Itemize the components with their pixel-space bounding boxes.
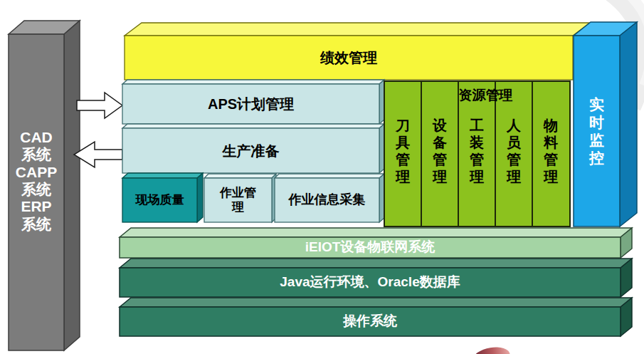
performance-bar-top-face — [125, 23, 590, 36]
planning-bar-label: APS计划管理 — [122, 84, 379, 124]
performance-bar-label: 绩效管理 — [125, 36, 573, 80]
red-blob-decoration — [472, 345, 511, 354]
flow-arrows — [74, 93, 122, 167]
monitor-bar-side-face — [620, 22, 637, 227]
cad-tower-label: CAD 系统 CAPP 系统 ERP 系统 — [9, 125, 64, 236]
quality-box-bevel — [122, 173, 203, 178]
diagram-canvas: CAD 系统 CAPP 系统 ERP 系统 绩效管理 APS计划管理 生产准备 … — [0, 0, 644, 354]
quality-box-side — [197, 173, 203, 222]
cad-tower-side-face — [64, 21, 80, 350]
quality-box-label: 现场质量 — [122, 178, 197, 222]
arrow-left-icon — [74, 142, 122, 167]
layer-java-label: Java运行环境、Oracle数据库 — [120, 268, 621, 297]
resource-column-text-tools: 刀具管理 — [395, 117, 411, 185]
layer-java-top-face — [120, 259, 632, 268]
resource-column-text-equipment: 设备管理 — [432, 117, 448, 185]
resource-column-label-personnel: 人员管理 — [505, 115, 523, 187]
resource-column-label-fixture: 工装管理 — [468, 115, 486, 187]
arrow-right-icon — [77, 93, 122, 118]
resource-column-label-material: 物料管理 — [542, 115, 560, 187]
preparation-bar-label: 生产准备 — [122, 128, 379, 173]
resource-column-text-material: 物料管理 — [543, 117, 559, 185]
resource-column-text-personnel: 人员管理 — [506, 117, 522, 185]
resource-column-text-fixture: 工装管理 — [469, 117, 485, 185]
layer-ieiot-label: iEIOT设备物联网系统 — [120, 237, 621, 258]
job-info-box-side — [379, 174, 384, 222]
layer-os-label: 操作系统 — [120, 307, 621, 336]
layer-ieiot-top-face — [120, 228, 632, 237]
resource-column-label-tools: 刀具管理 — [394, 115, 412, 187]
job-mgmt-box-label: 作业管理 — [204, 178, 272, 222]
resource-header-label: 资源管理 — [427, 86, 544, 105]
layer-os-top-face — [120, 298, 632, 307]
resource-column-label-equipment: 设备管理 — [431, 115, 449, 187]
job-info-box-label: 作业信息采集 — [275, 178, 379, 222]
preparation-box-side — [379, 124, 384, 173]
planning-box-side — [379, 80, 384, 124]
monitor-bar-label: 实时监控 — [587, 94, 606, 168]
job-mgmt-box-text: 作业管理 — [218, 186, 258, 215]
monitor-bar-text: 实时监控 — [588, 95, 605, 167]
